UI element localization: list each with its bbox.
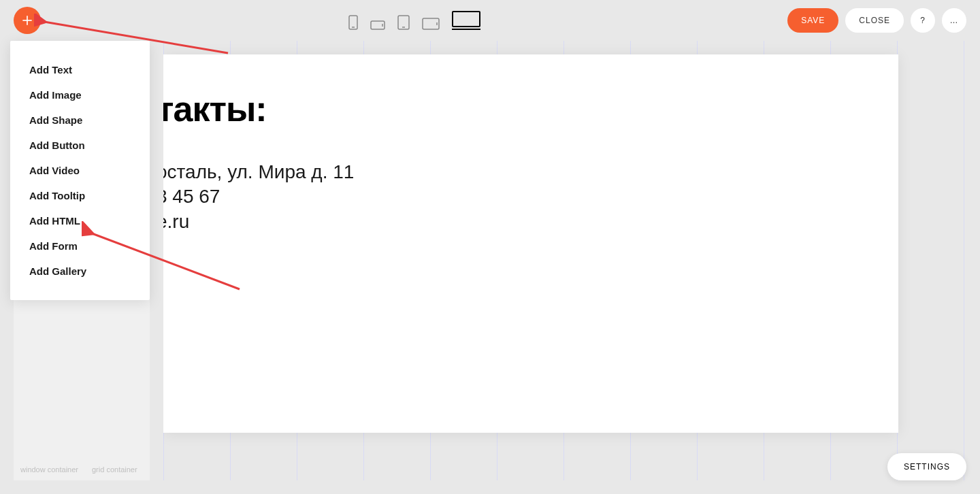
help-button[interactable]: ?	[911, 8, 935, 33]
content-line3: e.ru	[163, 210, 898, 234]
device-desktop-icon[interactable]	[452, 11, 480, 30]
content-line2: 3 45 67	[163, 184, 898, 209]
add-shape-item[interactable]: Add Shape	[10, 108, 150, 133]
add-form-item[interactable]: Add Form	[10, 233, 150, 259]
device-tablet-landscape-icon[interactable]	[422, 18, 440, 30]
svg-rect-10	[453, 12, 480, 27]
settings-button[interactable]: SETTINGS	[887, 453, 966, 480]
device-tablet-portrait-icon[interactable]	[397, 15, 410, 30]
content-line1: осталь, ул. Мира д. 11	[163, 160, 898, 184]
sidebar-label-grid: grid container	[92, 465, 137, 474]
toolbar-right: SAVE CLOSE ? …	[787, 8, 966, 33]
device-mobile-portrait-icon[interactable]	[348, 15, 358, 30]
add-video-item[interactable]: Add Video	[10, 158, 150, 183]
add-button-item[interactable]: Add Button	[10, 133, 150, 158]
sidebar-label-window: window container	[20, 465, 78, 474]
close-button[interactable]: CLOSE	[845, 8, 904, 33]
canvas-content[interactable]: такты: осталь, ул. Мира д. 11 3 45 67 e.…	[163, 54, 898, 433]
save-button[interactable]: SAVE	[787, 8, 838, 33]
sidebar-footer: window container grid container	[20, 465, 143, 474]
add-gallery-item[interactable]: Add Gallery	[10, 259, 150, 284]
add-image-item[interactable]: Add Image	[10, 82, 150, 108]
add-menu: Add Text Add Image Add Shape Add Button …	[10, 41, 150, 300]
toolbar-left	[14, 7, 41, 34]
add-text-item[interactable]: Add Text	[10, 57, 150, 82]
add-tooltip-item[interactable]: Add Tooltip	[10, 183, 150, 208]
add-button[interactable]	[14, 7, 41, 34]
plus-icon	[20, 14, 34, 27]
device-selector	[348, 11, 480, 30]
device-mobile-landscape-icon[interactable]	[370, 20, 385, 30]
add-html-item[interactable]: Add HTML	[10, 208, 150, 233]
content-text[interactable]: осталь, ул. Мира д. 11 3 45 67 e.ru	[163, 160, 898, 234]
top-toolbar: SAVE CLOSE ? …	[0, 0, 980, 41]
canvas-area: window container grid container такты: о…	[14, 41, 966, 480]
more-button[interactable]: …	[942, 8, 966, 33]
canvas[interactable]: такты: осталь, ул. Мира д. 11 3 45 67 e.…	[163, 41, 966, 480]
content-heading[interactable]: такты:	[163, 88, 898, 129]
